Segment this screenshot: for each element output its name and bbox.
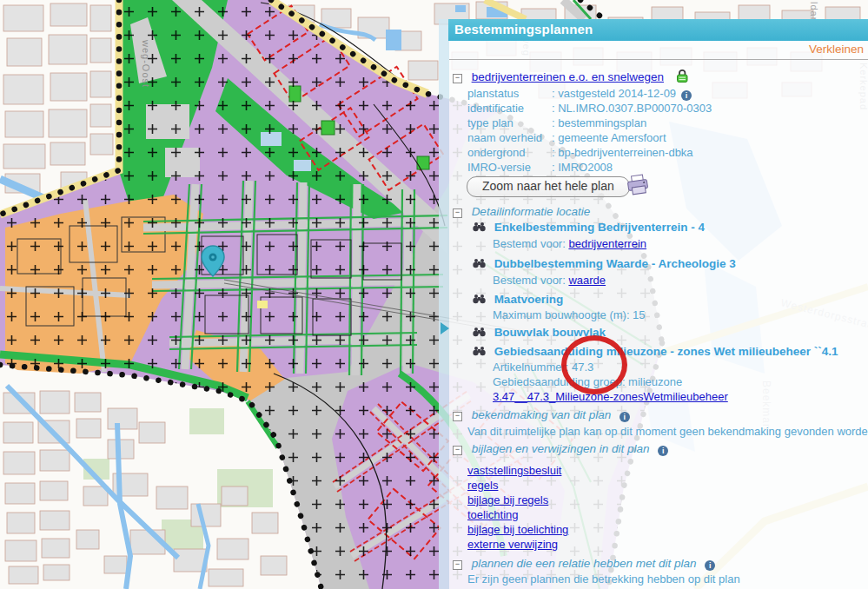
- binoculars-icon[interactable]: [473, 327, 486, 340]
- info-icon[interactable]: i: [681, 90, 692, 101]
- maatvoering-sub: Maximum bouwhoogte (m): 15: [493, 308, 646, 321]
- annotation-circle: [561, 335, 627, 394]
- print-icon[interactable]: [625, 174, 651, 200]
- collapse-icon[interactable]: −: [453, 208, 462, 218]
- bestemming-title: Enkelbestemming Bedrijventerrein - 4: [494, 221, 705, 234]
- binoculars-icon[interactable]: [473, 258, 486, 271]
- lock-icon: [675, 69, 690, 86]
- field-identificatie: identificatie: NL.IMRO.0307.BP00070-0303: [467, 102, 712, 115]
- panel-header: Bestemmingsplannen: [448, 19, 868, 41]
- plan-name-link[interactable]: bedrijventerreinen e.o. en snelwegen: [472, 70, 664, 83]
- collapse-icon[interactable]: −: [453, 560, 462, 570]
- field-type-plan: type plan: bestemmingsplan: [467, 116, 646, 129]
- zoom-to-plan-button[interactable]: Zoom naar het hele plan: [467, 176, 630, 197]
- field-imro-versie: IMRO-versie: IMRO2008: [467, 161, 613, 174]
- panel-collapse-gutter[interactable]: [439, 19, 449, 589]
- field-planstatus: planstatus: vastgesteld 2014-12-09i: [467, 87, 692, 101]
- collapse-icon[interactable]: −: [453, 412, 462, 421]
- bekendmaking-body: Van dit ruimtelijke plan kan op dit mome…: [467, 425, 868, 438]
- bijlage-link-toelichting[interactable]: toelichting: [467, 508, 519, 521]
- detail-heading: Detailinformatie locatie: [472, 205, 591, 218]
- bestemd-voor-link[interactable]: bedrijventerrein: [568, 237, 646, 250]
- bijlage-link-externe-verwijzing[interactable]: externe verwijzing: [467, 538, 558, 551]
- field-ondergrond: ondergrond: bp-bedrijventerreinen-dbka: [467, 146, 693, 159]
- binoculars-icon[interactable]: [473, 222, 486, 235]
- gebiedsaanduiding-title: Gebiedsaanduiding milieuzone - zones Wet…: [494, 345, 838, 358]
- bestemming-sub: Bestemd voor: waarde: [493, 274, 606, 287]
- binoculars-icon[interactable]: [473, 346, 486, 359]
- bijlage-link-bijlage-bij-toelichting[interactable]: bijlage bij toelichting: [467, 523, 568, 536]
- bijlage-link-bijlage-bij-regels[interactable]: bijlage bij regels: [467, 493, 548, 506]
- info-panel: Bestemmingsplannen Verkleinen − bedrijve…: [449, 19, 868, 589]
- bijlage-link-vaststellingsbesluit[interactable]: vaststellingsbesluit: [467, 464, 561, 477]
- bekendmaking-heading: bekendmaking van dit plan: [472, 408, 612, 421]
- street-label: weg-Oost: [141, 39, 151, 88]
- info-icon[interactable]: i: [658, 446, 668, 456]
- milieuzone-artikel-link[interactable]: 3.47__47.3_Milieuzone-zonesWetmilieubehe…: [493, 390, 728, 403]
- panel-expand-arrow-icon[interactable]: [441, 322, 449, 334]
- binoculars-icon[interactable]: [473, 294, 486, 307]
- collapse-icon[interactable]: −: [453, 74, 462, 83]
- collapse-icon[interactable]: −: [453, 446, 462, 455]
- resize-link[interactable]: Verkleinen: [809, 43, 864, 56]
- bestemming-sub: Bestemd voor: bedrijventerrein: [493, 237, 646, 250]
- bijlagen-heading: bijlagen en verwijzingen in dit plan: [472, 442, 650, 455]
- bestemming-title: Dubbelbestemming Waarde - Archeologie 3: [494, 257, 736, 270]
- header-divider: [449, 59, 868, 60]
- bestemd-voor-link[interactable]: waarde: [568, 274, 606, 287]
- maatvoering-title: Maatvoering: [494, 293, 564, 306]
- info-icon[interactable]: i: [705, 560, 715, 571]
- panel-title: Bestemmingsplannen: [454, 22, 593, 36]
- info-icon[interactable]: i: [620, 412, 630, 422]
- bijlage-link-regels[interactable]: regels: [467, 479, 498, 492]
- relaties-heading: plannen die een relatie hebben met dit p…: [472, 557, 697, 570]
- field-naam-overheid: naam overheid: gemeente Amersfoort: [467, 131, 666, 144]
- relaties-body: Er zijn geen plannen die betrekking hebb…: [467, 572, 740, 586]
